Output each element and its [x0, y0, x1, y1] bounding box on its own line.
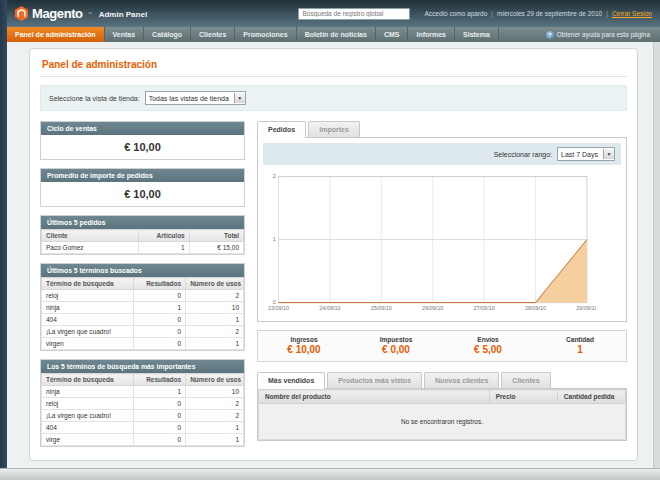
totals-row: Ingresos€ 10,00Impuestos€ 0,00Envíos€ 5,…	[257, 330, 627, 362]
tab-nuevos-clientes[interactable]: Nuevos clientes	[424, 372, 499, 388]
store-switcher-select[interactable]: Todas las vistas de tienda ▼	[145, 91, 246, 105]
logged-in-as: Accedió como apardo	[424, 10, 487, 17]
tab-m-s-vendidos[interactable]: Más vendidos	[257, 372, 325, 389]
nav-item-sistema[interactable]: Sistema	[455, 27, 499, 42]
logo-subtitle: Admin Panel	[99, 8, 147, 19]
last-search-terms-box: Últimos 5 términos buscados Término de b…	[40, 263, 245, 351]
table-cell: 2	[186, 398, 244, 410]
nav-item-cat-logo[interactable]: Catálogo	[144, 27, 191, 42]
table-cell: 1	[186, 422, 244, 434]
right-column: PedidosImportes Seleccionar rango: Last …	[257, 121, 627, 455]
table-cell: 1	[139, 242, 190, 254]
stat-ingresos: Ingresos€ 10,00	[258, 336, 350, 355]
last-orders-table: ClienteArtículosTotalPaco Gomez1€ 15,00	[41, 229, 244, 254]
store-switcher-value: Todas las vistas de tienda	[149, 95, 229, 102]
nav-items: Panel de administraciónVentasCatálogoCli…	[7, 27, 499, 42]
stat-label: Cantidad	[534, 336, 626, 343]
admin-page: Magento™ Admin Panel Accedió como apardo…	[7, 0, 660, 469]
tab-productos-m-s-vistos[interactable]: Productos más vistos	[327, 372, 422, 388]
page-title: Panel de administración	[42, 59, 627, 70]
column-header-total: Total	[189, 230, 243, 242]
table-cell: 0	[133, 290, 185, 302]
table-cell: virgen	[42, 338, 134, 350]
nav-item-informes[interactable]: Informes	[408, 27, 455, 42]
stat-impuestos: Impuestos€ 0,00	[350, 336, 442, 355]
column-header-nombre-del-producto: Nombre del producto	[259, 390, 490, 404]
lifetime-sales-value: € 10,00	[41, 135, 244, 159]
table-cell: 2	[186, 410, 244, 422]
table-row: Paco Gomez1€ 15,00	[42, 242, 244, 254]
table-cell: 404	[42, 422, 134, 434]
last-search-terms-table: Término de búsquedaResultadosNúmero de u…	[41, 277, 244, 350]
table-cell: 0	[133, 410, 185, 422]
range-select[interactable]: Last 7 Days ▼	[557, 147, 615, 161]
logo-trademark: ™	[88, 11, 92, 16]
separator: |	[606, 10, 608, 17]
user-info: Accedió como apardo | miércoles 29 de se…	[424, 10, 652, 17]
column-header-precio: Precio	[489, 390, 557, 404]
table-cell: 2	[186, 290, 244, 302]
tab-pedidos[interactable]: Pedidos	[257, 121, 306, 138]
bestsellers-table: Nombre del productoPrecioCantidad pedida…	[258, 389, 626, 440]
table-cell: ninja	[42, 386, 134, 398]
grid-tabs: Más vendidosProductos más vistosNuevos c…	[257, 372, 627, 388]
box-title: Promedio de importe de pedidos	[41, 169, 244, 182]
dashboard-panel: Panel de administración Seleccione la vi…	[29, 48, 638, 461]
table-cell: 1	[186, 314, 244, 326]
help-label: Obtener ayuda para esta página	[557, 31, 650, 38]
stat-cantidad: Cantidad1	[534, 336, 626, 355]
logo-text: Magento	[32, 6, 83, 21]
global-search-input[interactable]	[298, 8, 410, 20]
magento-admin-screen: Magento™ Admin Panel Accedió como apardo…	[0, 0, 660, 480]
stat-label: Envíos	[442, 336, 534, 343]
table-cell: ¡La virgen que cuadro!	[42, 326, 134, 338]
svg-text:24/09/10: 24/09/10	[319, 305, 340, 311]
table-cell: 0	[133, 338, 185, 350]
range-value: Last 7 Days	[561, 151, 598, 158]
table-cell: virge	[42, 434, 134, 446]
box-title: Últimos 5 pedidos	[41, 216, 244, 229]
table-cell: ninja	[42, 302, 134, 314]
stat-value: € 5,00	[442, 344, 534, 355]
chevron-down-icon: ▼	[603, 149, 614, 159]
svg-text:25/09/10: 25/09/10	[371, 305, 392, 311]
nav-item-clientes[interactable]: Clientes	[191, 27, 235, 42]
top-search-terms-table: Término de búsquedaResultadosNúmero de u…	[41, 373, 244, 446]
store-switcher-label: Seleccione la vista de tienda:	[49, 95, 140, 102]
help-link[interactable]: ? Obtener ayuda para esta página	[546, 27, 660, 42]
box-title: Ciclo de ventas	[41, 122, 244, 135]
empty-message: No se encontraron registros.	[259, 404, 626, 440]
tab-clientes[interactable]: Clientes	[501, 372, 550, 388]
orders-area-chart: 01223/09/1024/09/1025/09/1026/09/1027/09…	[264, 172, 596, 317]
table-cell: 10	[186, 302, 244, 314]
nav-item-ventas[interactable]: Ventas	[105, 27, 145, 42]
logout-link[interactable]: Cerrar Sesión	[612, 10, 652, 17]
svg-text:2: 2	[273, 173, 276, 179]
stat-label: Impuestos	[350, 336, 442, 343]
table-cell: ¡La virgen que cuadro!	[42, 410, 134, 422]
stat-label: Ingresos	[258, 336, 350, 343]
table-row: virgen01	[42, 338, 244, 350]
svg-text:26/09/10: 26/09/10	[422, 305, 443, 311]
nav-item-bolet-n-de-noticias[interactable]: Boletín de noticias	[297, 27, 376, 42]
table-header-row: Nombre del productoPrecioCantidad pedida	[259, 390, 626, 404]
table-cell: 0	[133, 314, 185, 326]
nav-item-cms[interactable]: CMS	[376, 27, 409, 42]
magento-logo-icon	[15, 6, 28, 21]
magento-logo: Magento™ Admin Panel	[15, 6, 147, 21]
stat-value: € 0,00	[350, 344, 442, 355]
table-cell: 1	[186, 434, 244, 446]
nav-item-promociones[interactable]: Promociones	[235, 27, 296, 42]
table-cell: 2	[186, 326, 244, 338]
table-cell: 0	[133, 398, 185, 410]
nav-item-panel-de-administraci-n[interactable]: Panel de administración	[7, 27, 105, 42]
svg-text:29/09/10: 29/09/10	[576, 305, 596, 311]
table-cell: Paco Gomez	[42, 242, 139, 254]
column-header-art-culos: Artículos	[139, 230, 190, 242]
left-column: Ciclo de ventas € 10,00 Promedio de impo…	[40, 121, 245, 455]
table-cell: 404	[42, 314, 134, 326]
column-header-resultados: Resultados	[133, 278, 185, 290]
table-cell: € 15,00	[189, 242, 243, 254]
column-header-cliente: Cliente	[42, 230, 139, 242]
tab-importes[interactable]: Importes	[308, 121, 360, 137]
